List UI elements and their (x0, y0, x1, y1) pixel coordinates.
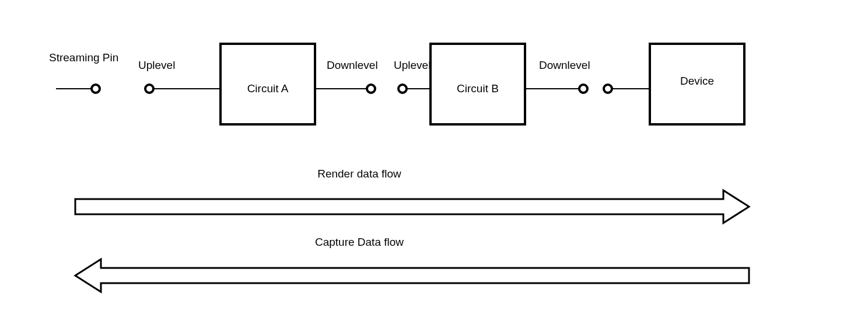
downlevel-2-label: Downlevel (539, 59, 590, 72)
device-label: Device (680, 75, 714, 88)
capture-flow-label: Capture Data flow (315, 236, 404, 249)
streaming-pin-dot (92, 85, 100, 93)
uplevel-1-label: Uplevel (138, 59, 175, 72)
render-flow-label: Render data flow (317, 168, 401, 180)
diagram-canvas (0, 0, 868, 324)
uplevel-1-dot (145, 85, 153, 93)
streaming-pin-label: Streaming Pin (49, 51, 118, 64)
uplevel-2-dot (398, 85, 407, 93)
circuit-b-label: Circuit B (457, 82, 499, 95)
uplevel-2-label: Uplevel (394, 59, 430, 72)
downlevel-1-dot (367, 85, 375, 93)
downlevel-1-label: Downlevel (327, 59, 378, 72)
circuit-a-label: Circuit A (247, 82, 289, 95)
render-arrow (75, 190, 749, 223)
device-input-dot (604, 85, 612, 93)
downlevel-2-dot (579, 85, 587, 93)
capture-arrow (75, 259, 749, 292)
